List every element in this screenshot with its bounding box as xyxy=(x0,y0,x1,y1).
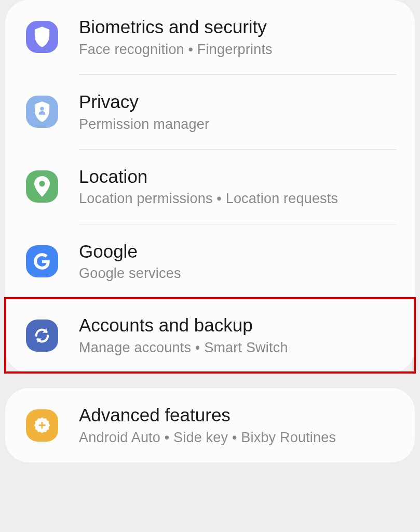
settings-item-privacy[interactable]: Privacy Permission manager xyxy=(5,75,415,149)
plus-badge-icon xyxy=(26,409,58,442)
settings-item-subtitle: Permission manager xyxy=(79,115,209,134)
svg-point-0 xyxy=(40,107,44,111)
settings-item-google[interactable]: Google Google services xyxy=(5,224,415,299)
location-pin-icon xyxy=(26,170,58,203)
settings-item-biometrics[interactable]: Biometrics and security Face recognition… xyxy=(5,0,415,74)
settings-item-subtitle: Face recognition • Fingerprints xyxy=(79,41,273,59)
settings-item-text: Privacy Permission manager xyxy=(79,90,209,134)
sync-icon xyxy=(26,320,58,352)
settings-item-title: Location xyxy=(79,165,338,188)
settings-item-title: Accounts and backup xyxy=(79,314,288,337)
settings-item-title: Biometrics and security xyxy=(79,16,273,38)
svg-rect-3 xyxy=(38,424,46,426)
privacy-shield-icon xyxy=(26,96,58,128)
settings-item-text: Advanced features Android Auto • Side ke… xyxy=(79,404,336,447)
settings-item-title: Google xyxy=(79,240,181,263)
settings-item-title: Privacy xyxy=(79,90,209,113)
settings-item-subtitle: Android Auto • Side key • Bixby Routines xyxy=(79,429,336,447)
settings-group-2: Advanced features Android Auto • Side ke… xyxy=(5,388,415,462)
settings-item-text: Google Google services xyxy=(79,240,181,283)
settings-item-advanced-features[interactable]: Advanced features Android Auto • Side ke… xyxy=(5,388,415,462)
settings-item-accounts-backup[interactable]: Accounts and backup Manage accounts • Sm… xyxy=(5,298,415,373)
settings-item-title: Advanced features xyxy=(79,404,336,427)
settings-item-text: Accounts and backup Manage accounts • Sm… xyxy=(79,314,288,357)
settings-item-subtitle: Location permissions • Location requests xyxy=(79,190,338,208)
google-g-icon xyxy=(26,245,58,277)
settings-item-text: Biometrics and security Face recognition… xyxy=(79,16,273,59)
svg-point-1 xyxy=(39,181,45,187)
settings-item-subtitle: Google services xyxy=(79,264,181,283)
shield-icon xyxy=(26,21,58,53)
settings-item-subtitle: Manage accounts • Smart Switch xyxy=(79,339,288,357)
settings-group-1: Biometrics and security Face recognition… xyxy=(5,0,415,373)
settings-item-text: Location Location permissions • Location… xyxy=(79,165,338,208)
settings-item-location[interactable]: Location Location permissions • Location… xyxy=(5,150,415,224)
